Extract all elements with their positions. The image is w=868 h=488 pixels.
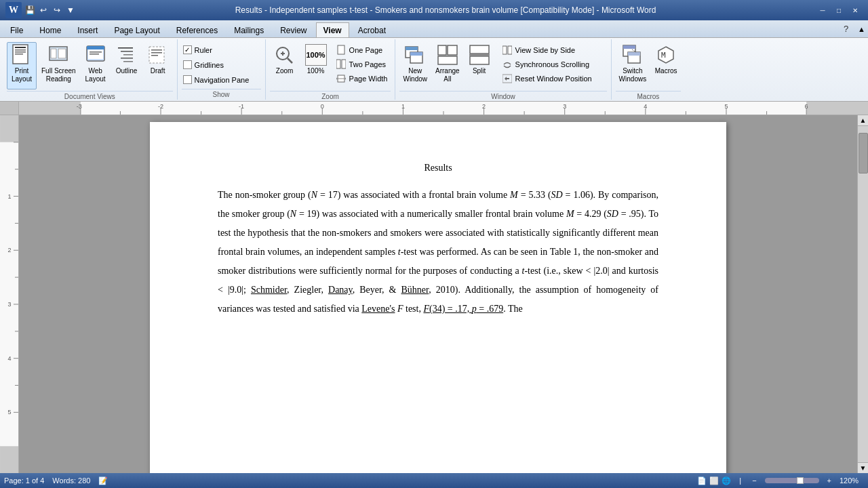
document-body[interactable]: The non-smoker group (N = 17) was associ… bbox=[218, 186, 658, 319]
ruler-svg: -3 -2 -1 0 1 2 3 4 5 6 bbox=[19, 102, 868, 115]
window-group: NewWindow ArrangeAll bbox=[395, 39, 611, 100]
new-window-label: NewWindow bbox=[403, 67, 427, 83]
nav-pane-checkbox[interactable] bbox=[183, 75, 192, 84]
svg-rect-7 bbox=[58, 49, 66, 58]
quick-redo-btn[interactable]: ↪ bbox=[52, 5, 62, 16]
svg-text:4: 4 bbox=[7, 355, 11, 362]
tab-references[interactable]: References bbox=[169, 22, 225, 37]
draft-btn[interactable]: Draft bbox=[143, 42, 173, 89]
ruler-checkbox[interactable]: ✓ bbox=[183, 45, 192, 54]
document-page: Results The non-smoker group (N = 17) wa… bbox=[150, 122, 726, 473]
view-side-by-side-btn[interactable]: View Side by Side bbox=[498, 43, 607, 57]
show-group: ✓ Ruler Gridlines Navigation Pane Show bbox=[178, 39, 266, 100]
reset-window-label: Reset Window Position bbox=[515, 75, 592, 83]
tab-file[interactable]: File bbox=[3, 22, 31, 37]
view-icon-print[interactable]: 📄 bbox=[697, 476, 707, 485]
split-btn[interactable]: Split bbox=[465, 42, 494, 89]
switch-windows-btn[interactable]: SwitchWindows bbox=[616, 42, 650, 89]
zoom-slider[interactable] bbox=[765, 478, 819, 483]
sync-icon bbox=[502, 59, 513, 70]
document-area[interactable]: Results The non-smoker group (N = 17) wa… bbox=[19, 115, 857, 473]
zoom-icon bbox=[274, 44, 296, 66]
full-screen-label: Full ScreenReading bbox=[41, 67, 76, 83]
svg-text:1: 1 bbox=[7, 193, 11, 200]
full-screen-reading-btn[interactable]: Full ScreenReading bbox=[38, 42, 79, 89]
zoom-out-btn[interactable]: − bbox=[749, 476, 759, 485]
tab-page-layout[interactable]: Page Layout bbox=[106, 22, 167, 37]
svg-text:0: 0 bbox=[321, 103, 324, 110]
tab-insert[interactable]: Insert bbox=[70, 22, 105, 37]
collapse-ribbon-btn[interactable]: ▲ bbox=[855, 24, 868, 35]
one-page-btn[interactable]: One Page bbox=[332, 43, 391, 57]
scroll-track[interactable] bbox=[858, 126, 868, 462]
quick-undo-btn[interactable]: ↩ bbox=[38, 5, 49, 16]
100pct-btn[interactable]: 100% 100% bbox=[301, 42, 331, 89]
minimize-btn[interactable]: ─ bbox=[815, 4, 830, 16]
page-width-btn[interactable]: Page Width bbox=[332, 72, 391, 85]
tab-view[interactable]: View bbox=[316, 22, 349, 37]
100pct-icon: 100% bbox=[305, 44, 327, 66]
svg-rect-36 bbox=[410, 52, 422, 56]
track-changes-icon[interactable]: 📝 bbox=[98, 476, 108, 485]
vertical-scrollbar[interactable]: ▲ ▼ bbox=[857, 115, 868, 473]
svg-rect-6 bbox=[51, 49, 56, 58]
nav-pane-check-row[interactable]: Navigation Pane bbox=[182, 73, 251, 87]
view-icon-web[interactable]: 🌐 bbox=[722, 476, 731, 485]
status-left: Page: 1 of 4 Words: 280 📝 bbox=[4, 476, 108, 485]
svg-rect-39 bbox=[438, 56, 457, 64]
close-btn[interactable]: ✕ bbox=[848, 4, 863, 16]
web-layout-label: WebLayout bbox=[85, 67, 106, 83]
gridlines-checkbox[interactable] bbox=[183, 60, 192, 69]
scroll-down-btn[interactable]: ▼ bbox=[858, 462, 868, 473]
gridlines-check-row[interactable]: Gridlines bbox=[182, 58, 225, 72]
macros-btn[interactable]: M Macros bbox=[651, 42, 681, 89]
scroll-up-btn[interactable]: ▲ bbox=[858, 115, 868, 126]
svg-text:3: 3 bbox=[7, 301, 11, 308]
print-layout-btn[interactable]: PrintLayout bbox=[7, 42, 37, 89]
new-window-btn[interactable]: NewWindow bbox=[399, 42, 431, 89]
quick-save-btn[interactable]: 💾 bbox=[24, 5, 35, 16]
ruler-check-row[interactable]: ✓ Ruler bbox=[182, 43, 214, 57]
scroll-thumb[interactable] bbox=[859, 133, 868, 174]
title-bar: W 💾 ↩ ↪ ▼ Results - Independent samples … bbox=[0, 0, 868, 20]
outline-btn[interactable]: Outline bbox=[112, 42, 142, 89]
tab-home[interactable]: Home bbox=[32, 22, 68, 37]
zoom-btn[interactable]: Zoom bbox=[270, 42, 300, 89]
zoom-slider-thumb[interactable] bbox=[797, 477, 804, 484]
sync-scrolling-btn[interactable]: Synchronous Scrolling bbox=[498, 58, 607, 71]
view-icon-fullscreen[interactable]: ⬜ bbox=[709, 476, 719, 485]
svg-rect-27 bbox=[336, 60, 340, 68]
tab-acrobat[interactable]: Acrobat bbox=[351, 22, 393, 37]
svg-text:4: 4 bbox=[644, 103, 647, 110]
svg-rect-21 bbox=[151, 55, 158, 56]
svg-line-25 bbox=[288, 58, 292, 63]
word-count: Words: 280 bbox=[52, 476, 90, 485]
web-layout-btn[interactable]: WebLayout bbox=[81, 42, 111, 89]
svg-rect-1 bbox=[15, 47, 26, 48]
page-width-label: Page Width bbox=[349, 75, 388, 83]
help-btn[interactable]: ? bbox=[840, 22, 852, 35]
ribbon: PrintLayout Full ScreenReading bbox=[0, 38, 868, 102]
two-pages-icon bbox=[336, 59, 347, 70]
svg-text:M: M bbox=[661, 51, 666, 60]
svg-text:6: 6 bbox=[805, 103, 808, 110]
maximize-btn[interactable]: □ bbox=[831, 4, 846, 16]
customize-btn[interactable]: ▼ bbox=[65, 5, 76, 16]
svg-text:-3: -3 bbox=[77, 103, 82, 110]
window-col: View Side by Side Synchronous Scrolling bbox=[498, 43, 607, 85]
arrange-all-btn[interactable]: ArrangeAll bbox=[432, 42, 463, 89]
one-page-label: One Page bbox=[349, 46, 383, 54]
tab-mailings[interactable]: Mailings bbox=[226, 22, 271, 37]
view-side-by-side-label: View Side by Side bbox=[515, 46, 575, 54]
zoom-in-btn[interactable]: + bbox=[825, 476, 834, 485]
svg-rect-15 bbox=[123, 54, 133, 56]
two-pages-label: Two Pages bbox=[349, 60, 386, 68]
svg-rect-34 bbox=[406, 47, 418, 50]
svg-rect-55 bbox=[806, 102, 868, 115]
reset-window-btn[interactable]: Reset Window Position bbox=[498, 72, 607, 85]
title-text: Results - Independent samples t-test - S… bbox=[76, 5, 815, 15]
tab-review[interactable]: Review bbox=[273, 22, 314, 37]
two-pages-btn[interactable]: Two Pages bbox=[332, 58, 391, 71]
svg-marker-32 bbox=[345, 77, 346, 80]
side-by-side-icon bbox=[502, 45, 513, 56]
